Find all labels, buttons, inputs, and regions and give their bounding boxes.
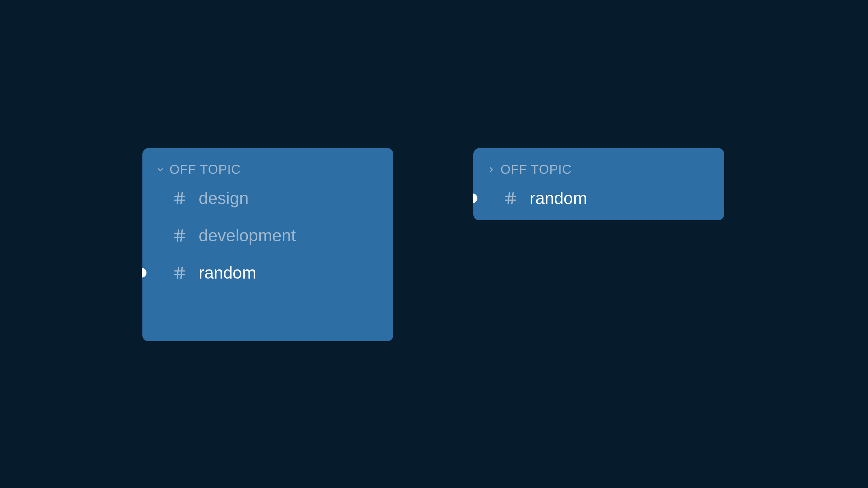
- channel-item-random[interactable]: random: [172, 263, 380, 283]
- channel-item-design[interactable]: design: [172, 188, 380, 208]
- svg-line-7: [181, 230, 182, 241]
- svg-line-3: [181, 193, 182, 204]
- hash-icon: [172, 191, 187, 206]
- svg-line-11: [181, 267, 182, 279]
- category-header[interactable]: OFF TOPIC: [156, 162, 380, 177]
- active-indicator: [142, 268, 146, 278]
- channel-item-development[interactable]: development: [172, 226, 380, 245]
- channel-name: design: [199, 188, 249, 208]
- chevron-right-icon: [487, 165, 496, 174]
- chevron-down-icon: [156, 165, 165, 174]
- svg-line-14: [508, 193, 510, 204]
- hash-icon: [503, 191, 518, 206]
- svg-line-6: [177, 230, 179, 241]
- svg-line-10: [177, 267, 179, 279]
- channel-category-panel-expanded: OFF TOPIC design development random: [142, 148, 393, 341]
- channel-item-random[interactable]: random: [503, 188, 711, 208]
- svg-line-15: [512, 193, 513, 204]
- category-label: OFF TOPIC: [170, 162, 241, 177]
- channel-name: development: [199, 226, 296, 245]
- channel-list: design development random: [156, 188, 380, 283]
- active-indicator: [473, 194, 477, 203]
- category-header[interactable]: OFF TOPIC: [487, 162, 711, 177]
- hash-icon: [172, 228, 187, 243]
- category-label: OFF TOPIC: [500, 162, 572, 177]
- channel-name: random: [199, 263, 256, 283]
- channel-name: random: [530, 188, 587, 208]
- channel-category-panel-collapsed: OFF TOPIC random: [473, 148, 724, 220]
- channel-list: random: [487, 188, 711, 208]
- svg-line-2: [177, 193, 179, 204]
- hash-icon: [172, 265, 187, 280]
